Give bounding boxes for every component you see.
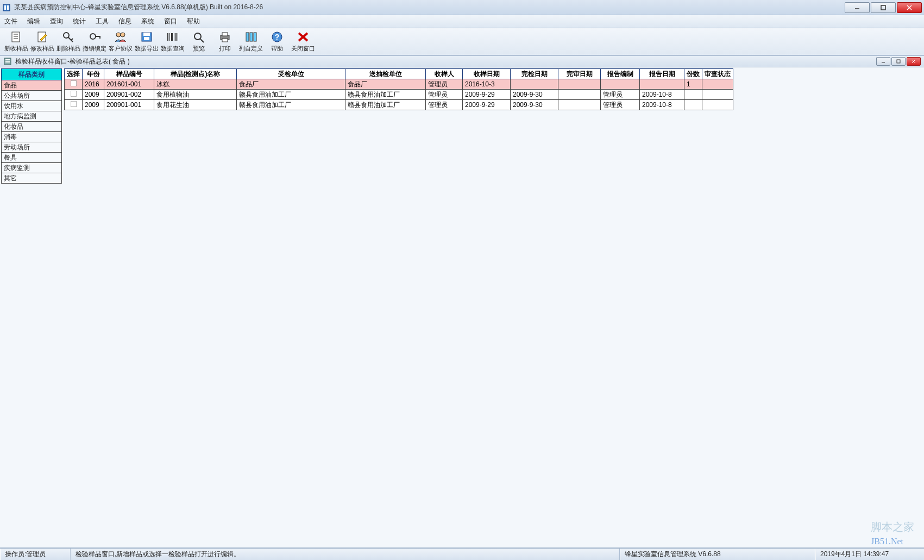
column-header-inspected_unit[interactable]: 受检单位 xyxy=(237,69,345,79)
menu-item[interactable]: 统计 xyxy=(73,17,86,26)
menu-item[interactable]: 系统 xyxy=(141,17,154,26)
category-item[interactable]: 公共场所 xyxy=(1,91,62,101)
people-icon xyxy=(114,30,128,43)
close-button[interactable] xyxy=(897,2,922,13)
svg-rect-21 xyxy=(167,33,168,41)
edit-sample-button[interactable]: 修改样品 xyxy=(29,29,55,54)
svg-point-27 xyxy=(194,33,201,40)
row-select-checkbox[interactable] xyxy=(70,101,77,108)
cell-report_date: 2009-10-8 xyxy=(640,100,684,110)
cell-sampler: 管理员 xyxy=(426,79,463,90)
window-title: 某某县疾病预防控制中心-锋星实验室信息管理系统 V6.6.88(单机版) Bui… xyxy=(14,3,263,12)
menu-item[interactable]: 编辑 xyxy=(27,17,40,26)
svg-rect-23 xyxy=(171,33,173,41)
row-select-checkbox[interactable] xyxy=(70,80,77,87)
svg-rect-1 xyxy=(4,5,6,10)
cell-inspected_unit: 食品厂 xyxy=(237,79,345,90)
table-row[interactable]: 2016201601-001冰糕食品厂食品厂管理员2016-10-31 xyxy=(65,79,733,90)
svg-rect-32 xyxy=(246,33,249,41)
subwindow-titlebar: 检验样品收样窗口-检验样品总表( 食品 ) xyxy=(0,55,924,67)
cell-inspected_unit: 赣县食用油加工厂 xyxy=(237,100,345,110)
sub-close-button[interactable] xyxy=(907,57,921,66)
menu-item[interactable]: 帮助 xyxy=(187,17,200,26)
menu-item[interactable]: 信息 xyxy=(118,17,131,26)
category-item[interactable]: 其它 xyxy=(1,173,62,184)
menu-item[interactable]: 文件 xyxy=(4,17,17,26)
print-button[interactable]: 打印 xyxy=(212,29,238,54)
category-item[interactable]: 餐具 xyxy=(1,153,62,163)
column-header-approve_date[interactable]: 完审日期 xyxy=(558,69,601,79)
svg-rect-20 xyxy=(144,37,149,40)
category-sidebar: 样品类别 食品公共场所饮用水地方病监测化妆品消毒劳动场所餐具疾病监测其它 xyxy=(1,68,62,546)
category-item[interactable]: 食品 xyxy=(1,80,62,91)
cell-report_date xyxy=(640,79,684,90)
cell-sample_date: 2016-10-3 xyxy=(463,79,511,90)
svg-rect-19 xyxy=(143,33,150,36)
table-row[interactable]: 2009200901-001食用花生油赣县食用油加工厂赣县食用油加工厂管理员20… xyxy=(65,100,733,110)
column-header-send_unit[interactable]: 送抽检单位 xyxy=(345,69,426,79)
menu-item[interactable]: 工具 xyxy=(96,17,109,26)
column-header-report_date[interactable]: 报告日期 xyxy=(640,69,684,79)
preview-button[interactable]: 预览 xyxy=(186,29,212,54)
unlock-icon xyxy=(87,30,102,43)
svg-line-14 xyxy=(71,39,73,40)
help-icon: ? xyxy=(270,30,284,43)
svg-rect-31 xyxy=(222,39,228,42)
toolbar-label: 关闭窗口 xyxy=(291,45,315,53)
column-header-report_by[interactable]: 报告编制 xyxy=(601,69,640,79)
column-header-sample_name[interactable]: 样品(检测点)名称 xyxy=(154,69,237,79)
status-hint: 检验样品窗口,新增样品或选择一检验样品打开进行编辑。 xyxy=(71,549,620,560)
undo-lock-button[interactable]: 撤销锁定 xyxy=(81,29,108,54)
delete-sample-button[interactable]: 删除样品 xyxy=(55,29,81,54)
new-sample-button[interactable]: 新收样品 xyxy=(3,29,29,54)
cell-select xyxy=(65,100,83,110)
column-header-sampler[interactable]: 收样人 xyxy=(426,69,463,79)
sub-minimize-button[interactable] xyxy=(876,57,890,66)
cell-report_by: 管理员 xyxy=(601,90,640,100)
query-data-button[interactable]: 数据查询 xyxy=(160,29,186,54)
toolbar-label: 打印 xyxy=(219,45,231,53)
export-data-button[interactable]: 数据导出 xyxy=(134,29,160,54)
cell-year: 2009 xyxy=(83,100,104,110)
cell-sample_name: 冰糕 xyxy=(154,79,237,90)
client-agreement-button[interactable]: 客户协议 xyxy=(108,29,134,54)
column-def-button[interactable]: 列自定义 xyxy=(238,29,264,54)
cell-complete_date: 2009-9-30 xyxy=(511,90,558,100)
svg-rect-2 xyxy=(7,5,9,10)
cell-sample_name: 食用花生油 xyxy=(154,100,237,110)
statusbar: 操作员:管理员 检验样品窗口,新增样品或选择一检验样品打开进行编辑。 锋星实验室… xyxy=(0,548,924,560)
help-button[interactable]: ?帮助 xyxy=(264,29,290,54)
table-row[interactable]: 2009200901-002食用植物油赣县食用油加工厂赣县食用油加工厂管理员20… xyxy=(65,90,733,100)
column-header-sample_no[interactable]: 样品编号 xyxy=(104,69,154,79)
menu-item[interactable]: 窗口 xyxy=(164,17,177,26)
svg-point-17 xyxy=(121,33,125,37)
column-header-complete_date[interactable]: 完检日期 xyxy=(511,69,558,79)
category-item[interactable]: 地方病监测 xyxy=(1,111,62,122)
status-datetime: 2019年4月1日 14:39:47 xyxy=(815,549,924,560)
cell-send_unit: 赣县食用油加工厂 xyxy=(345,90,426,100)
printer-icon xyxy=(218,30,232,43)
column-header-copies[interactable]: 份数 xyxy=(684,69,702,79)
cell-report_by xyxy=(601,79,640,90)
row-select-checkbox[interactable] xyxy=(70,91,77,97)
column-header-year[interactable]: 年份 xyxy=(83,69,104,79)
svg-rect-26 xyxy=(178,33,178,41)
subwindow-title: 检验样品收样窗口-检验样品总表( 食品 ) xyxy=(15,57,130,66)
category-item[interactable]: 消毒 xyxy=(1,132,62,142)
minimize-button[interactable] xyxy=(845,2,870,13)
column-header-audit_status[interactable]: 审查状态 xyxy=(702,69,733,79)
column-header-select[interactable]: 选择 xyxy=(65,69,83,79)
toolbar-label: 撤销锁定 xyxy=(83,45,106,53)
category-item[interactable]: 饮用水 xyxy=(1,101,62,111)
menu-item[interactable]: 查询 xyxy=(50,17,63,26)
cell-sampler: 管理员 xyxy=(426,100,463,110)
category-item[interactable]: 疾病监测 xyxy=(1,163,62,173)
sub-maximize-button[interactable] xyxy=(891,57,906,66)
close-window-button[interactable]: 关闭窗口 xyxy=(290,29,316,54)
cell-approve_date xyxy=(558,90,601,100)
column-header-sample_date[interactable]: 收样日期 xyxy=(463,69,511,79)
maximize-button[interactable] xyxy=(871,2,896,13)
category-item[interactable]: 劳动场所 xyxy=(1,142,62,153)
category-item[interactable]: 化妆品 xyxy=(1,122,62,132)
toolbar-label: 删除样品 xyxy=(56,45,80,53)
